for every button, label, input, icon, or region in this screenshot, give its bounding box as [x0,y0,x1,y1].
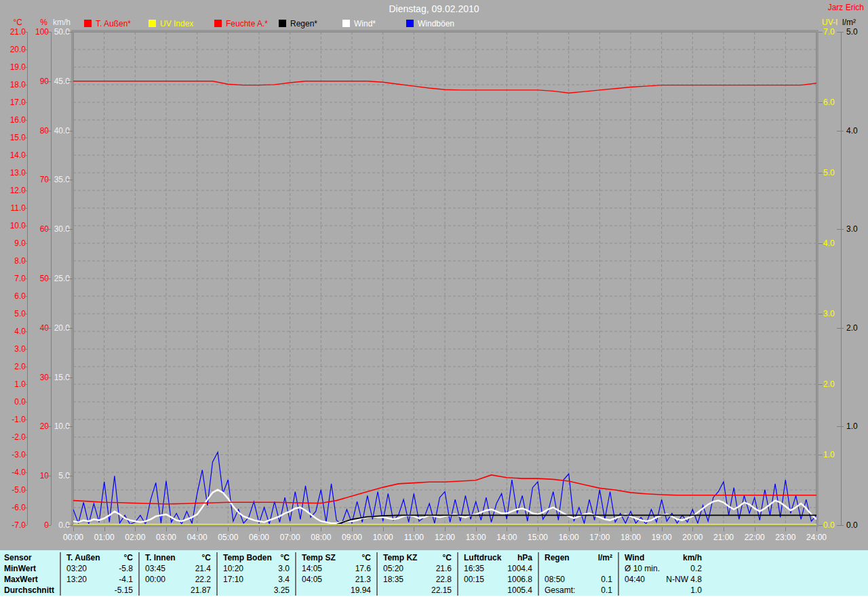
uv-tick-label: 4.0 [823,239,835,248]
table-cell-value: l/m² [598,552,612,563]
table-cell-time: T. Innen [145,552,176,563]
table-cell-time: Gesamt: [545,585,575,596]
legend-item-uv-index: UV Index [149,19,193,28]
time-tick [135,527,136,531]
temp-tick [22,437,27,438]
time-tick-label: 02:00 [121,533,149,542]
temp-tick [22,402,27,403]
time-tick [816,527,817,531]
axis-unit-uv: UV-I [822,18,837,27]
uv-tick-label: 0.0 [823,520,835,530]
temp-tick [22,419,27,420]
time-tick [599,527,600,531]
table-cell-value: °C [124,552,133,563]
table-cell-time: Regen [545,552,570,563]
table-row: 13:20-4.1 [61,574,138,585]
table-cell-time: 04:05 [302,574,322,585]
wind-tick [66,525,73,526]
time-tick-label: 12:00 [431,533,458,542]
wind-tick [66,328,73,329]
table-cell-value: 0.1 [601,574,612,585]
wind-tick-label: 5.0 [0,471,70,480]
table-cell-time: 18:35 [383,574,403,585]
table-row: Regenl/m² [539,552,618,563]
uv-tick [818,384,823,385]
table-row: 16:351004.4 [458,563,538,574]
rain-tick [837,525,844,526]
table-column-temp-boden: Temp Boden°C10:203.017:103.43.25 [216,552,295,596]
table-row: LuftdruckhPa [458,552,538,563]
table-cell-value: -4.1 [119,574,133,585]
table-cell-value: 1006.8 [507,574,532,585]
time-tick [228,527,229,531]
time-tick [662,527,663,531]
uv-tick [818,455,823,455]
time-tick-label: 03:00 [153,533,180,542]
temp-tick [22,261,27,262]
table-row-label: Sensor [0,552,60,563]
table-cell-time: 13:20 [66,574,87,585]
table-row: Ø 10 min.0.2 [619,563,707,574]
legend-label: Regen* [290,19,317,28]
time-tick [755,527,755,531]
time-tick [692,527,693,531]
wind-tick [66,32,73,33]
table-row: 18:3522.8 [378,574,457,585]
legend-swatch-t-aussen [84,20,92,27]
wind-tick-label: 20.0 [0,323,70,333]
time-tick [166,527,167,531]
rain-tick [837,328,844,329]
temp-tick [22,367,27,367]
table-cell-value: 21.3 [355,574,371,585]
temp-tick [22,243,27,244]
table-column-luftdruck: LuftdruckhPa16:351004.400:151006.81005.4 [457,552,538,596]
table-row-label: MinWert [0,563,60,574]
table-row: 04:40N-NW 4.8 [619,574,707,585]
table-column-temp-sz: Temp SZ°C14:0517.604:0521.319.94 [295,552,376,596]
wind-tick-label: 0.0 [0,520,70,530]
time-tick-label: 07:00 [277,533,304,542]
table-cell-value: °C [443,552,452,563]
time-tick [104,527,105,531]
wind-tick-label: 45.0 [0,77,70,86]
time-tick [321,527,321,531]
rain-tick-label: 5.0 [846,27,858,37]
uv-tick-label: 3.0 [823,309,835,318]
table-cell-time: Temp SZ [302,552,336,563]
table-row: Temp Boden°C [218,552,295,563]
temp-tick [22,49,27,50]
legend-swatch-wind [342,20,350,27]
table-row: 04:0521.3 [296,574,376,585]
table-row: 00:151006.8 [458,574,538,585]
time-tick-label: 14:00 [493,533,520,542]
table-row-label: MaxWert [0,574,60,585]
rain-tick [837,32,844,33]
table-cell-time: 16:35 [464,563,484,574]
table-row-label: Durchschnitt [0,585,60,596]
table-cell-time: Temp Boden [223,552,272,563]
wind-tick-label: 30.0 [0,224,70,234]
table-cell-value: 1005.4 [507,585,532,596]
uv-tick-label: 6.0 [823,98,835,107]
table-row: T. Innen°C [140,552,216,563]
table-row: 3.25 [218,585,295,596]
table-cell-value: 21.87 [191,585,211,596]
time-tick [538,527,538,531]
temp-tick [22,155,27,156]
time-tick-label: 11:00 [400,533,427,542]
table-cell-time: 10:20 [223,563,243,574]
uv-tick [818,102,823,103]
time-tick-label: 19:00 [648,533,675,542]
legend-label: Feuchte A.* [226,19,268,28]
table-row: T. Außen°C [61,552,138,563]
time-tick [352,527,353,531]
table-row: 21.87 [140,585,216,596]
uv-tick-label: 5.0 [823,168,835,178]
table-row: 22.15 [378,585,457,596]
table-row: 03:20-5.8 [61,563,138,574]
uv-tick-label: 1.0 [823,450,835,459]
time-tick [476,527,477,531]
legend-swatch-regen [279,20,286,27]
table-cell-value: 22.15 [431,585,452,596]
table-cell-value: km/h [683,552,702,563]
